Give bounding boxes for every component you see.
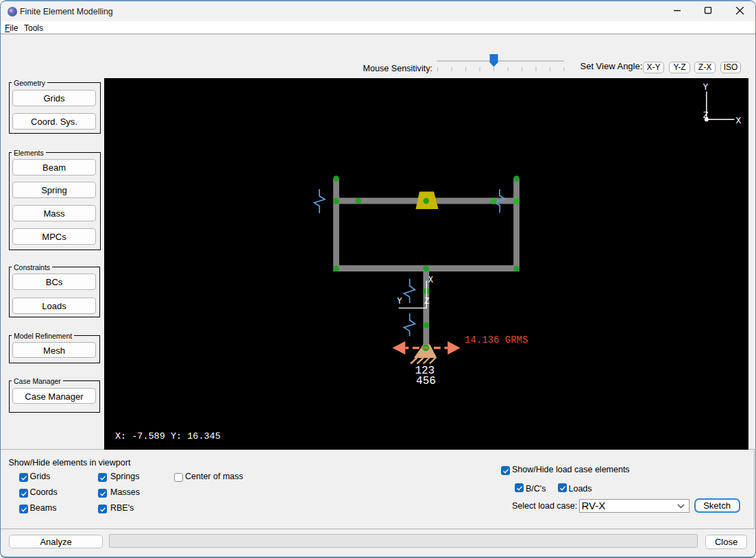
svg-text:Y: Y bbox=[397, 297, 402, 306]
svg-text:Z: Z bbox=[424, 297, 429, 306]
svg-text:X: -7.589 Y: 16.345: X: -7.589 Y: 16.345 bbox=[115, 431, 221, 441]
svg-text:456: 456 bbox=[416, 375, 436, 387]
svg-text:X: X bbox=[735, 116, 741, 126]
svg-text:X: X bbox=[428, 276, 433, 285]
svg-text:Y: Y bbox=[703, 82, 708, 93]
svg-text:Z: Z bbox=[703, 110, 709, 121]
svg-text:14.136 GRMS: 14.136 GRMS bbox=[465, 335, 528, 345]
